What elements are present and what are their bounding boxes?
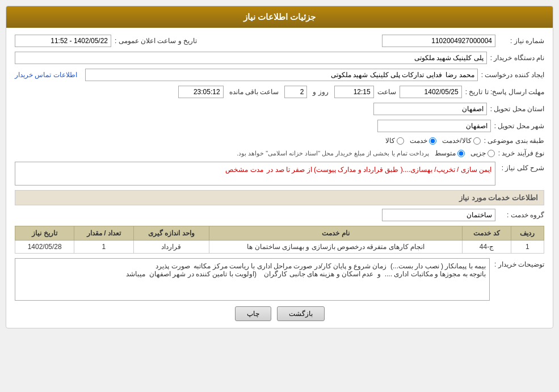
purchase-label-motavaset: متوسط [435,149,456,157]
td-qty-1: 1 [74,241,133,254]
creator-label: ایجاد کننده درخواست : [481,71,544,79]
contact-link[interactable]: اطلاعات تماس خریدار [15,71,77,79]
services-section-title: اطلاعات خدمات مورد نیاز [15,190,544,205]
category-label: طبقه بندی موضوعی : [484,137,544,145]
purchase-type-label: نوع فرآیند خرید : [498,149,544,157]
card-body: شماره نیاز : تاریخ و ساعت اعلان عمومی : … [6,28,553,328]
purchase-type-group: جزیی متوسط پرداخت تمام یا بخشی از مبلغ خ… [15,149,495,157]
service-group-label: گروه خدمت : [499,211,544,219]
category-option-khedmat[interactable]: خدمت [410,137,436,145]
th-unit: واحد اندازه گیری [133,226,209,241]
buyer-org-label: نام دستگاه خریدار : [490,54,544,62]
buyer-notes-textarea[interactable]: بیمه با پیمانکار ( نصب دار بست...) زمان … [15,258,490,301]
announcement-input[interactable] [15,35,111,47]
deadline-time-input[interactable] [334,86,374,98]
buyer-notes-label: توضیحات خریدار : [493,258,544,268]
print-button[interactable]: چاپ [235,306,271,321]
city-input[interactable] [377,120,491,132]
services-table: ردیف کد خدمت نام خدمت واحد اندازه گیری ت… [15,226,544,254]
buyer-org-input[interactable] [15,52,487,64]
th-name: نام خدمت [209,226,463,241]
row-need-number: شماره نیاز : تاریخ و ساعت اعلان عمومی : [15,35,544,47]
row-deadline: مهلت ارسال پاسخ: تا تاریخ : ساعت روز و س… [15,86,544,98]
category-label-kala: کالا [385,137,395,145]
need-number-label: شماره نیاز : [499,37,544,45]
category-radio-group: کالا/خدمت خدمت کالا [15,137,481,145]
purchase-note: پرداخت تمام یا بخشی از مبلغ خریدار محل "… [15,150,429,157]
td-code-1: ج-44 [463,241,511,254]
category-option-kala[interactable]: کالا [385,137,404,145]
row-creator: ایجاد کننده درخواست : اطلاعات تماس خریدا… [15,69,544,81]
description-textarea[interactable]: ایمن سازی / تخریب/ بهسازی....( طبق قرارد… [15,162,495,186]
row-description: شرح کلی نیاز : ایمن سازی / تخریب/ بهسازی… [15,162,544,186]
creator-input[interactable] [85,69,478,81]
purchase-radio-motavaset[interactable] [457,150,465,157]
deadline-time-label: ساعت [377,88,396,96]
th-date: تاریخ نیاز [15,226,74,241]
service-group-input[interactable] [382,209,495,221]
description-label: شرح کلی نیاز : [499,162,544,172]
row-city: شهر محل تحویل : [15,120,544,132]
page-title: جزئیات اطلاعات نیاز [243,12,316,22]
row-service-group: گروه خدمت : [15,209,544,221]
table-row: 1 ج-44 انجام کارهای متفرقه درخصوص بازساز… [15,241,544,254]
td-unit-1: قرارداد [133,241,209,254]
th-code: کد خدمت [463,226,511,241]
row-purchase-type: نوع فرآیند خرید : جزیی متوسط پرداخت تمام… [15,149,544,157]
th-qty: تعداد / مقدار [74,226,133,241]
purchase-radio-jozi[interactable] [487,150,495,157]
city-label: شهر محل تحویل : [494,122,544,130]
deadline-days-label: روز و [313,88,328,96]
need-number-input[interactable] [382,35,495,47]
province-label: استان محل تحویل : [490,105,544,113]
deadline-clock-input[interactable] [178,86,224,98]
services-table-wrapper: ردیف کد خدمت نام خدمت واحد اندازه گیری ت… [15,226,544,254]
category-radio-kala[interactable] [397,137,404,145]
td-date-1: 1402/05/28 [15,241,74,254]
category-label-khedmat: خدمت [410,137,427,145]
page-wrapper: جزئیات اطلاعات نیاز شماره نیاز : تاریخ و… [0,0,559,392]
purchase-type-motavaset[interactable]: متوسط [435,149,465,157]
deadline-days-input[interactable] [284,86,307,98]
deadline-date-input[interactable] [400,86,462,98]
row-buyer-notes: توضیحات خریدار : بیمه با پیمانکار ( نصب … [15,258,544,301]
main-card: جزئیات اطلاعات نیاز شماره نیاز : تاریخ و… [6,6,553,328]
th-row: ردیف [511,226,544,241]
row-buyer-org: نام دستگاه خریدار : [15,52,544,64]
category-label-kala-khedmat: کالا/خدمت [442,137,471,145]
row-province: استان محل تحویل : [15,103,544,115]
purchase-type-jozi[interactable]: جزیی [470,149,495,157]
deadline-remaining-label: ساعت باقی مانده [229,88,279,96]
td-name-1: انجام کارهای متفرقه درخصوص بازسازی و بهس… [209,241,463,254]
deadline-label: مهلت ارسال پاسخ: تا تاریخ : [465,88,544,96]
back-button[interactable]: بازگشت [277,306,325,321]
row-category: طبقه بندی موضوعی : کالا/خدمت خدمت کالا [15,137,544,145]
category-option-kala-khedmat[interactable]: کالا/خدمت [442,137,480,145]
announcement-label: تاریخ و ساعت اعلان عمومی : [115,37,197,45]
card-header: جزئیات اطلاعات نیاز [6,6,553,28]
td-row-1: 1 [511,241,544,254]
category-radio-khedmat[interactable] [429,137,436,145]
province-input[interactable] [373,103,487,115]
purchase-label-jozi: جزیی [470,149,486,157]
need-number-group: شماره نیاز : [499,37,544,45]
button-row: بازگشت چاپ [15,306,544,321]
category-radio-kala-khedmat[interactable] [473,137,481,145]
